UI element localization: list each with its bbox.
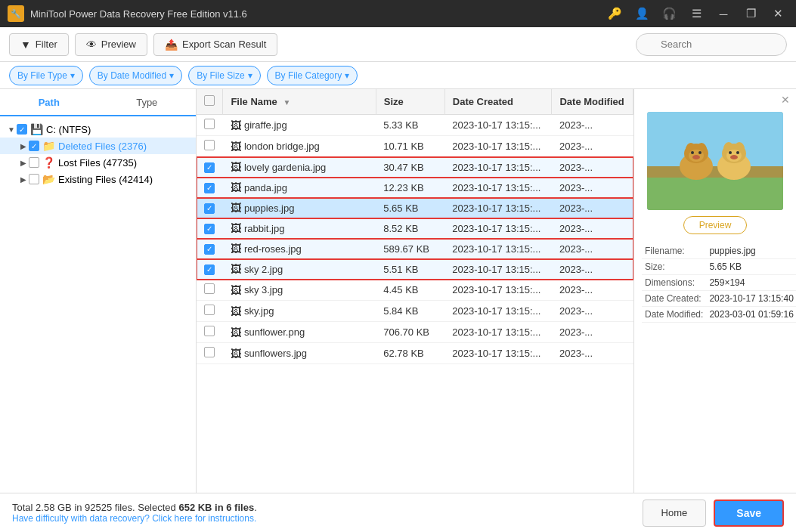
header-check[interactable] (204, 95, 215, 106)
file-date-created: 2023-10-17 13:15:... (444, 218, 552, 239)
file-check[interactable] (204, 119, 215, 129)
preview-action-button[interactable]: Preview (683, 216, 748, 234)
file-date-modified: 2023-... (552, 239, 633, 259)
help-link[interactable]: Have difficulty with data recovery? Clic… (12, 513, 257, 524)
file-size: 30.47 KB (376, 157, 444, 178)
export-button[interactable]: 📤 Export Scan Result (153, 33, 277, 56)
col-size[interactable]: Size (376, 89, 444, 115)
file-check[interactable] (204, 140, 215, 150)
file-name-text: rabbit.jpg (244, 223, 284, 234)
col-date-created[interactable]: Date Created (444, 89, 552, 115)
file-date-modified: 2023-... (552, 280, 633, 301)
menu-icon-btn[interactable]: ☰ (686, 3, 707, 24)
minimize-btn[interactable]: ─ (713, 3, 734, 24)
file-name-text: red-roses.jpg (244, 243, 302, 255)
by-date-modified-btn[interactable]: By Date Modified ▾ (89, 66, 182, 85)
filter-row: By File Type ▾ By Date Modified ▾ By Fil… (0, 62, 796, 89)
main-content: Path Type ▼ ✓ 💾 C: (NTFS) ▶ ✓ 📁 Deleted … (0, 89, 796, 493)
preview-button[interactable]: 👁 Preview (75, 33, 147, 56)
file-check[interactable] (204, 283, 215, 294)
tree-check-deleted[interactable]: ✓ (29, 141, 39, 151)
file-type-icon: 🖼 (231, 243, 241, 255)
table-row[interactable]: ✓🖼rabbit.jpg8.52 KB2023-10-17 13:15:...2… (197, 218, 633, 239)
file-date-created: 2023-10-17 13:15:... (444, 301, 552, 322)
tree-root[interactable]: ▼ ✓ 💾 C: (NTFS) (0, 121, 196, 138)
tree-toggle-existing[interactable]: ▶ (18, 174, 29, 184)
tree-item-existing[interactable]: ▶ 📂 Existing Files (42414) (0, 171, 196, 187)
table-row[interactable]: ✓🖼panda.jpg12.23 KB2023-10-17 13:15:...2… (197, 178, 633, 198)
right-panel: ✕ (633, 89, 796, 493)
tab-path[interactable]: Path (0, 89, 98, 116)
export-icon: 📤 (165, 39, 178, 51)
file-check[interactable]: ✓ (204, 183, 215, 193)
file-check[interactable]: ✓ (204, 224, 215, 234)
file-list-panel: File Name ▼ Size Date Created Date Modif… (197, 89, 633, 493)
tree-check-lost[interactable] (29, 157, 39, 168)
table-row[interactable]: 🖼giraffe.jpg5.33 KB2023-10-17 13:15:...2… (197, 115, 633, 136)
key-icon-btn[interactable]: 🔑 (604, 3, 625, 24)
folder-icon-lost: ❓ (42, 156, 55, 169)
by-file-category-btn[interactable]: By File Category ▾ (267, 66, 358, 85)
search-input[interactable] (636, 33, 787, 56)
file-table: File Name ▼ Size Date Created Date Modif… (197, 89, 633, 493)
folder-icon-existing: 📂 (42, 173, 55, 185)
user-icon-btn[interactable]: 👤 (631, 3, 652, 24)
table-row[interactable]: 🖼london bridge.jpg10.71 KB2023-10-17 13:… (197, 136, 633, 157)
table-row[interactable]: ✓🖼puppies.jpg5.65 KB2023-10-17 13:15:...… (197, 198, 633, 218)
search-wrapper: 🔍 (636, 33, 787, 56)
col-check (197, 89, 223, 115)
svg-rect-2 (647, 166, 783, 178)
tree-toggle-lost[interactable]: ▶ (18, 157, 29, 168)
tree-check-root[interactable]: ✓ (17, 124, 27, 135)
tree-toggle-root[interactable]: ▼ (6, 124, 17, 135)
headphone-icon-btn[interactable]: 🎧 (658, 3, 680, 24)
file-type-icon: 🖼 (231, 141, 241, 153)
file-check[interactable]: ✓ (204, 203, 215, 214)
file-type-icon: 🖼 (231, 305, 241, 317)
file-size: 8.52 KB (376, 218, 444, 239)
table-row[interactable]: 🖼sky.jpg5.84 KB2023-10-17 13:15:...2023-… (197, 301, 633, 322)
table-row[interactable]: ✓🖼lovely gardenia.jpg30.47 KB2023-10-17 … (197, 157, 633, 178)
col-date-modified[interactable]: Date Modified (552, 89, 633, 115)
table-row[interactable]: 🖼sunflower.png706.70 KB2023-10-17 13:15:… (197, 322, 633, 343)
panel-close-icon[interactable]: ✕ (781, 94, 790, 106)
file-check[interactable]: ✓ (204, 244, 215, 255)
filter-button[interactable]: ▼ Filter (9, 33, 69, 56)
file-name-text: panda.jpg (244, 182, 287, 193)
file-size: 5.84 KB (376, 301, 444, 322)
file-check[interactable] (204, 305, 215, 315)
home-button[interactable]: Home (643, 500, 707, 527)
by-file-type-btn[interactable]: By File Type ▾ (9, 66, 83, 85)
file-size: 4.45 KB (376, 280, 444, 301)
col-filename[interactable]: File Name ▼ (223, 89, 376, 115)
file-size: 706.70 KB (376, 322, 444, 343)
folder-icon-deleted: 📁 (42, 140, 55, 152)
by-file-size-btn[interactable]: By File Size ▾ (188, 66, 260, 85)
info-row-filename: Filename: puppies.jpg (642, 243, 796, 259)
close-btn[interactable]: ✕ (767, 3, 788, 24)
table-row[interactable]: ✓🖼sky 2.jpg5.51 KB2023-10-17 13:15:...20… (197, 259, 633, 280)
file-check[interactable] (204, 347, 215, 357)
file-check[interactable] (204, 326, 215, 336)
file-size: 589.67 KB (376, 239, 444, 259)
file-date-modified: 2023-... (552, 157, 633, 178)
file-check[interactable]: ✓ (204, 264, 215, 275)
chevron-down-icon: ▾ (345, 70, 349, 81)
tree-item-deleted[interactable]: ▶ ✓ 📁 Deleted Files (2376) (0, 138, 196, 154)
tab-type[interactable]: Type (98, 89, 197, 116)
file-info: Filename: puppies.jpg Size: 5.65 KB Dime… (642, 243, 788, 323)
table-row[interactable]: 🖼sky 3.jpg4.45 KB2023-10-17 13:15:...202… (197, 280, 633, 301)
file-check[interactable]: ✓ (204, 162, 215, 173)
table-row[interactable]: 🖼sunflowers.jpg62.78 KB2023-10-17 13:15:… (197, 343, 633, 364)
chevron-down-icon: ▾ (70, 70, 75, 81)
tree-toggle-deleted[interactable]: ▶ (18, 141, 29, 151)
save-button[interactable]: Save (714, 500, 784, 527)
table-row[interactable]: ✓🖼red-roses.jpg589.67 KB2023-10-17 13:15… (197, 239, 633, 259)
status-text: Total 2.58 GB in 92525 files. Selected 6… (12, 502, 257, 513)
status-bar: Total 2.58 GB in 92525 files. Selected 6… (0, 493, 796, 532)
file-date-created: 2023-10-17 13:15:... (444, 343, 552, 364)
restore-btn[interactable]: ❐ (740, 3, 761, 24)
tree-item-lost[interactable]: ▶ ❓ Lost Files (47735) (0, 154, 196, 171)
file-type-icon: 🖼 (231, 348, 241, 360)
tree-check-existing[interactable] (29, 174, 39, 184)
